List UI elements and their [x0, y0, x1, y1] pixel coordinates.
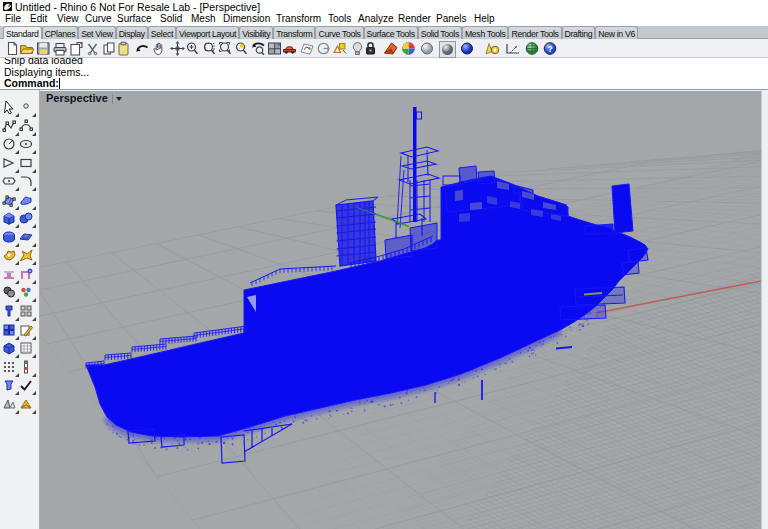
svg-text:?: ?	[547, 44, 552, 54]
